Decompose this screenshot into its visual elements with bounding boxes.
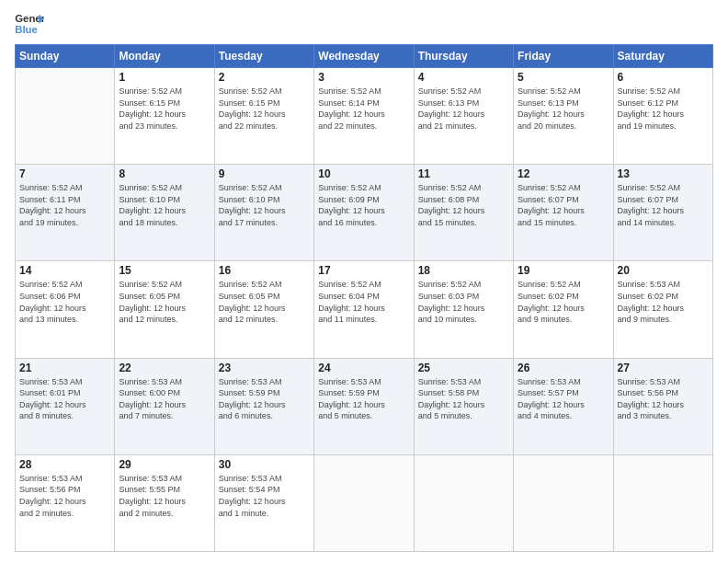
day-number: 28 — [19, 458, 110, 471]
day-number: 2 — [219, 71, 310, 84]
day-number: 19 — [518, 264, 609, 277]
day-number: 22 — [119, 362, 210, 374]
day-number: 14 — [19, 264, 110, 277]
header: General Blue — [15, 11, 713, 37]
day-info: Sunrise: 5:52 AM Sunset: 6:13 PM Dayligh… — [418, 86, 509, 132]
calendar-table: SundayMondayTuesdayWednesdayThursdayFrid… — [15, 44, 713, 552]
day-number: 27 — [618, 362, 709, 374]
weekday-header-row: SundayMondayTuesdayWednesdayThursdayFrid… — [16, 45, 713, 68]
calendar-cell: 16Sunrise: 5:52 AM Sunset: 6:05 PM Dayli… — [214, 261, 313, 358]
day-number: 20 — [618, 264, 709, 277]
calendar-cell: 4Sunrise: 5:52 AM Sunset: 6:13 PM Daylig… — [414, 68, 513, 165]
day-number: 17 — [318, 264, 409, 277]
svg-text:Blue: Blue — [15, 24, 38, 35]
day-number: 6 — [618, 71, 709, 84]
calendar-cell: 18Sunrise: 5:52 AM Sunset: 6:03 PM Dayli… — [414, 261, 513, 358]
day-info: Sunrise: 5:52 AM Sunset: 6:03 PM Dayligh… — [418, 279, 509, 325]
calendar-cell: 10Sunrise: 5:52 AM Sunset: 6:09 PM Dayli… — [314, 165, 414, 261]
day-info: Sunrise: 5:52 AM Sunset: 6:10 PM Dayligh… — [119, 182, 210, 228]
day-number: 16 — [219, 264, 310, 277]
calendar-cell: 12Sunrise: 5:52 AM Sunset: 6:07 PM Dayli… — [514, 165, 613, 261]
day-info: Sunrise: 5:52 AM Sunset: 6:15 PM Dayligh… — [119, 86, 210, 132]
day-info: Sunrise: 5:53 AM Sunset: 6:01 PM Dayligh… — [19, 376, 110, 422]
day-info: Sunrise: 5:52 AM Sunset: 6:06 PM Dayligh… — [19, 279, 110, 325]
calendar-cell: 3Sunrise: 5:52 AM Sunset: 6:14 PM Daylig… — [314, 68, 414, 165]
calendar-cell: 9Sunrise: 5:52 AM Sunset: 6:10 PM Daylig… — [214, 165, 313, 261]
day-number: 23 — [219, 362, 310, 374]
week-row-5: 28Sunrise: 5:53 AM Sunset: 5:56 PM Dayli… — [16, 454, 713, 551]
day-info: Sunrise: 5:53 AM Sunset: 6:02 PM Dayligh… — [618, 279, 709, 325]
calendar-cell: 7Sunrise: 5:52 AM Sunset: 6:11 PM Daylig… — [16, 165, 115, 261]
day-info: Sunrise: 5:52 AM Sunset: 6:09 PM Dayligh… — [318, 182, 409, 228]
calendar-cell: 14Sunrise: 5:52 AM Sunset: 6:06 PM Dayli… — [16, 261, 115, 358]
calendar-cell: 29Sunrise: 5:53 AM Sunset: 5:55 PM Dayli… — [115, 454, 214, 551]
day-number: 30 — [219, 458, 310, 471]
weekday-header-tuesday: Tuesday — [214, 45, 313, 68]
day-info: Sunrise: 5:52 AM Sunset: 6:08 PM Dayligh… — [418, 182, 509, 228]
weekday-header-wednesday: Wednesday — [314, 45, 414, 68]
day-number: 25 — [418, 362, 509, 374]
weekday-header-thursday: Thursday — [414, 45, 513, 68]
logo-icon: General Blue — [15, 11, 44, 37]
calendar-cell: 22Sunrise: 5:53 AM Sunset: 6:00 PM Dayli… — [115, 358, 214, 454]
day-number: 15 — [119, 264, 210, 277]
calendar-cell: 23Sunrise: 5:53 AM Sunset: 5:59 PM Dayli… — [214, 358, 313, 454]
weekday-header-saturday: Saturday — [613, 45, 712, 68]
calendar-cell: 21Sunrise: 5:53 AM Sunset: 6:01 PM Dayli… — [16, 358, 115, 454]
day-number: 7 — [19, 167, 110, 180]
calendar-cell: 20Sunrise: 5:53 AM Sunset: 6:02 PM Dayli… — [613, 261, 712, 358]
day-info: Sunrise: 5:52 AM Sunset: 6:04 PM Dayligh… — [318, 279, 409, 325]
weekday-header-monday: Monday — [115, 45, 214, 68]
calendar-cell: 17Sunrise: 5:52 AM Sunset: 6:04 PM Dayli… — [314, 261, 414, 358]
calendar-cell: 8Sunrise: 5:52 AM Sunset: 6:10 PM Daylig… — [115, 165, 214, 261]
day-number: 9 — [219, 167, 310, 180]
day-number: 11 — [418, 167, 509, 180]
calendar-cell — [613, 454, 712, 551]
day-info: Sunrise: 5:52 AM Sunset: 6:13 PM Dayligh… — [518, 86, 609, 132]
day-info: Sunrise: 5:52 AM Sunset: 6:05 PM Dayligh… — [119, 279, 210, 325]
day-number: 1 — [119, 71, 210, 84]
calendar-cell: 15Sunrise: 5:52 AM Sunset: 6:05 PM Dayli… — [115, 261, 214, 358]
day-info: Sunrise: 5:53 AM Sunset: 5:54 PM Dayligh… — [219, 473, 310, 519]
calendar-cell — [16, 68, 115, 165]
logo: General Blue — [15, 11, 44, 37]
day-number: 21 — [19, 362, 110, 374]
day-info: Sunrise: 5:53 AM Sunset: 5:59 PM Dayligh… — [219, 376, 310, 422]
day-info: Sunrise: 5:53 AM Sunset: 5:58 PM Dayligh… — [418, 376, 509, 422]
calendar-cell: 1Sunrise: 5:52 AM Sunset: 6:15 PM Daylig… — [115, 68, 214, 165]
day-info: Sunrise: 5:52 AM Sunset: 6:14 PM Dayligh… — [318, 86, 409, 132]
day-info: Sunrise: 5:52 AM Sunset: 6:02 PM Dayligh… — [518, 279, 609, 325]
day-info: Sunrise: 5:53 AM Sunset: 5:56 PM Dayligh… — [19, 473, 110, 519]
calendar-cell: 24Sunrise: 5:53 AM Sunset: 5:59 PM Dayli… — [314, 358, 414, 454]
day-number: 12 — [518, 167, 609, 180]
day-info: Sunrise: 5:52 AM Sunset: 6:12 PM Dayligh… — [618, 86, 709, 132]
day-info: Sunrise: 5:52 AM Sunset: 6:07 PM Dayligh… — [618, 182, 709, 228]
day-number: 29 — [119, 458, 210, 471]
day-info: Sunrise: 5:53 AM Sunset: 5:59 PM Dayligh… — [318, 376, 409, 422]
week-row-4: 21Sunrise: 5:53 AM Sunset: 6:01 PM Dayli… — [16, 358, 713, 454]
calendar-cell: 11Sunrise: 5:52 AM Sunset: 6:08 PM Dayli… — [414, 165, 513, 261]
week-row-2: 7Sunrise: 5:52 AM Sunset: 6:11 PM Daylig… — [16, 165, 713, 261]
day-number: 5 — [518, 71, 609, 84]
day-number: 4 — [418, 71, 509, 84]
calendar-cell: 6Sunrise: 5:52 AM Sunset: 6:12 PM Daylig… — [613, 68, 712, 165]
day-info: Sunrise: 5:52 AM Sunset: 6:15 PM Dayligh… — [219, 86, 310, 132]
day-info: Sunrise: 5:52 AM Sunset: 6:07 PM Dayligh… — [518, 182, 609, 228]
calendar-cell: 25Sunrise: 5:53 AM Sunset: 5:58 PM Dayli… — [414, 358, 513, 454]
calendar-cell: 28Sunrise: 5:53 AM Sunset: 5:56 PM Dayli… — [16, 454, 115, 551]
weekday-header-friday: Friday — [514, 45, 613, 68]
day-info: Sunrise: 5:53 AM Sunset: 5:55 PM Dayligh… — [119, 473, 210, 519]
calendar-cell — [314, 454, 414, 551]
day-number: 13 — [618, 167, 709, 180]
calendar-cell: 5Sunrise: 5:52 AM Sunset: 6:13 PM Daylig… — [514, 68, 613, 165]
day-number: 8 — [119, 167, 210, 180]
day-info: Sunrise: 5:53 AM Sunset: 5:57 PM Dayligh… — [518, 376, 609, 422]
weekday-header-sunday: Sunday — [16, 45, 115, 68]
day-number: 26 — [518, 362, 609, 374]
calendar-cell: 19Sunrise: 5:52 AM Sunset: 6:02 PM Dayli… — [514, 261, 613, 358]
day-info: Sunrise: 5:52 AM Sunset: 6:10 PM Dayligh… — [219, 182, 310, 228]
week-row-3: 14Sunrise: 5:52 AM Sunset: 6:06 PM Dayli… — [16, 261, 713, 358]
day-number: 18 — [418, 264, 509, 277]
calendar-cell: 2Sunrise: 5:52 AM Sunset: 6:15 PM Daylig… — [214, 68, 313, 165]
calendar-cell — [414, 454, 513, 551]
